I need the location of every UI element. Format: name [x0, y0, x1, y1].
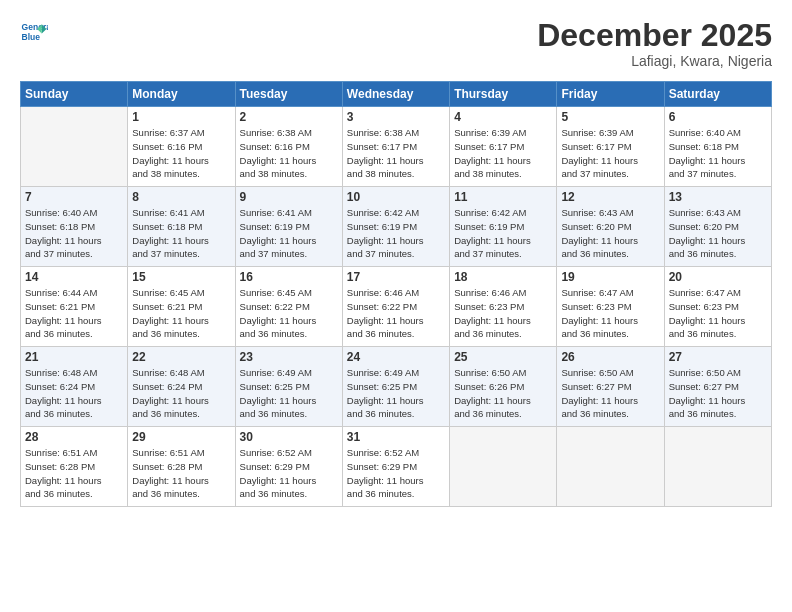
month-title: December 2025 — [537, 18, 772, 53]
calendar-cell — [664, 427, 771, 507]
day-number: 15 — [132, 270, 230, 284]
day-info: Sunrise: 6:51 AMSunset: 6:28 PMDaylight:… — [132, 446, 230, 501]
day-info: Sunrise: 6:42 AMSunset: 6:19 PMDaylight:… — [454, 206, 552, 261]
location: Lafiagi, Kwara, Nigeria — [537, 53, 772, 69]
weekday-monday: Monday — [128, 82, 235, 107]
day-info: Sunrise: 6:40 AMSunset: 6:18 PMDaylight:… — [25, 206, 123, 261]
day-number: 13 — [669, 190, 767, 204]
calendar-cell: 24Sunrise: 6:49 AMSunset: 6:25 PMDayligh… — [342, 347, 449, 427]
weekday-friday: Friday — [557, 82, 664, 107]
week-row-3: 14Sunrise: 6:44 AMSunset: 6:21 PMDayligh… — [21, 267, 772, 347]
day-info: Sunrise: 6:44 AMSunset: 6:21 PMDaylight:… — [25, 286, 123, 341]
day-number: 23 — [240, 350, 338, 364]
day-info: Sunrise: 6:39 AMSunset: 6:17 PMDaylight:… — [454, 126, 552, 181]
calendar-cell: 7Sunrise: 6:40 AMSunset: 6:18 PMDaylight… — [21, 187, 128, 267]
day-info: Sunrise: 6:37 AMSunset: 6:16 PMDaylight:… — [132, 126, 230, 181]
day-info: Sunrise: 6:43 AMSunset: 6:20 PMDaylight:… — [561, 206, 659, 261]
day-number: 16 — [240, 270, 338, 284]
calendar-cell: 25Sunrise: 6:50 AMSunset: 6:26 PMDayligh… — [450, 347, 557, 427]
calendar-cell: 4Sunrise: 6:39 AMSunset: 6:17 PMDaylight… — [450, 107, 557, 187]
day-info: Sunrise: 6:48 AMSunset: 6:24 PMDaylight:… — [25, 366, 123, 421]
day-info: Sunrise: 6:43 AMSunset: 6:20 PMDaylight:… — [669, 206, 767, 261]
day-number: 24 — [347, 350, 445, 364]
week-row-1: 1Sunrise: 6:37 AMSunset: 6:16 PMDaylight… — [21, 107, 772, 187]
calendar-cell: 2Sunrise: 6:38 AMSunset: 6:16 PMDaylight… — [235, 107, 342, 187]
header: General Blue December 2025 Lafiagi, Kwar… — [20, 18, 772, 69]
day-number: 2 — [240, 110, 338, 124]
day-number: 27 — [669, 350, 767, 364]
day-info: Sunrise: 6:47 AMSunset: 6:23 PMDaylight:… — [561, 286, 659, 341]
day-info: Sunrise: 6:41 AMSunset: 6:19 PMDaylight:… — [240, 206, 338, 261]
day-number: 3 — [347, 110, 445, 124]
calendar-cell — [450, 427, 557, 507]
day-info: Sunrise: 6:48 AMSunset: 6:24 PMDaylight:… — [132, 366, 230, 421]
calendar-cell: 14Sunrise: 6:44 AMSunset: 6:21 PMDayligh… — [21, 267, 128, 347]
day-info: Sunrise: 6:47 AMSunset: 6:23 PMDaylight:… — [669, 286, 767, 341]
day-info: Sunrise: 6:42 AMSunset: 6:19 PMDaylight:… — [347, 206, 445, 261]
day-number: 5 — [561, 110, 659, 124]
day-info: Sunrise: 6:45 AMSunset: 6:22 PMDaylight:… — [240, 286, 338, 341]
calendar-cell: 26Sunrise: 6:50 AMSunset: 6:27 PMDayligh… — [557, 347, 664, 427]
day-info: Sunrise: 6:45 AMSunset: 6:21 PMDaylight:… — [132, 286, 230, 341]
calendar-cell: 3Sunrise: 6:38 AMSunset: 6:17 PMDaylight… — [342, 107, 449, 187]
calendar-cell: 10Sunrise: 6:42 AMSunset: 6:19 PMDayligh… — [342, 187, 449, 267]
calendar-cell: 6Sunrise: 6:40 AMSunset: 6:18 PMDaylight… — [664, 107, 771, 187]
weekday-thursday: Thursday — [450, 82, 557, 107]
day-number: 26 — [561, 350, 659, 364]
day-number: 18 — [454, 270, 552, 284]
day-number: 20 — [669, 270, 767, 284]
calendar-cell: 31Sunrise: 6:52 AMSunset: 6:29 PMDayligh… — [342, 427, 449, 507]
logo: General Blue — [20, 18, 48, 46]
day-info: Sunrise: 6:50 AMSunset: 6:26 PMDaylight:… — [454, 366, 552, 421]
day-number: 12 — [561, 190, 659, 204]
week-row-5: 28Sunrise: 6:51 AMSunset: 6:28 PMDayligh… — [21, 427, 772, 507]
day-number: 6 — [669, 110, 767, 124]
calendar-cell: 30Sunrise: 6:52 AMSunset: 6:29 PMDayligh… — [235, 427, 342, 507]
day-info: Sunrise: 6:41 AMSunset: 6:18 PMDaylight:… — [132, 206, 230, 261]
day-number: 9 — [240, 190, 338, 204]
calendar-cell: 1Sunrise: 6:37 AMSunset: 6:16 PMDaylight… — [128, 107, 235, 187]
week-row-2: 7Sunrise: 6:40 AMSunset: 6:18 PMDaylight… — [21, 187, 772, 267]
day-info: Sunrise: 6:40 AMSunset: 6:18 PMDaylight:… — [669, 126, 767, 181]
calendar-cell: 15Sunrise: 6:45 AMSunset: 6:21 PMDayligh… — [128, 267, 235, 347]
day-info: Sunrise: 6:49 AMSunset: 6:25 PMDaylight:… — [347, 366, 445, 421]
calendar-cell: 11Sunrise: 6:42 AMSunset: 6:19 PMDayligh… — [450, 187, 557, 267]
day-info: Sunrise: 6:50 AMSunset: 6:27 PMDaylight:… — [561, 366, 659, 421]
day-number: 11 — [454, 190, 552, 204]
calendar-cell: 13Sunrise: 6:43 AMSunset: 6:20 PMDayligh… — [664, 187, 771, 267]
day-info: Sunrise: 6:46 AMSunset: 6:23 PMDaylight:… — [454, 286, 552, 341]
calendar: SundayMondayTuesdayWednesdayThursdayFrid… — [20, 81, 772, 507]
day-number: 17 — [347, 270, 445, 284]
day-number: 14 — [25, 270, 123, 284]
day-info: Sunrise: 6:52 AMSunset: 6:29 PMDaylight:… — [347, 446, 445, 501]
day-number: 10 — [347, 190, 445, 204]
calendar-cell: 12Sunrise: 6:43 AMSunset: 6:20 PMDayligh… — [557, 187, 664, 267]
day-info: Sunrise: 6:46 AMSunset: 6:22 PMDaylight:… — [347, 286, 445, 341]
calendar-cell: 19Sunrise: 6:47 AMSunset: 6:23 PMDayligh… — [557, 267, 664, 347]
day-info: Sunrise: 6:51 AMSunset: 6:28 PMDaylight:… — [25, 446, 123, 501]
day-number: 22 — [132, 350, 230, 364]
day-info: Sunrise: 6:50 AMSunset: 6:27 PMDaylight:… — [669, 366, 767, 421]
calendar-cell: 23Sunrise: 6:49 AMSunset: 6:25 PMDayligh… — [235, 347, 342, 427]
page: General Blue December 2025 Lafiagi, Kwar… — [0, 0, 792, 612]
calendar-cell: 20Sunrise: 6:47 AMSunset: 6:23 PMDayligh… — [664, 267, 771, 347]
calendar-cell: 16Sunrise: 6:45 AMSunset: 6:22 PMDayligh… — [235, 267, 342, 347]
calendar-cell: 21Sunrise: 6:48 AMSunset: 6:24 PMDayligh… — [21, 347, 128, 427]
day-info: Sunrise: 6:39 AMSunset: 6:17 PMDaylight:… — [561, 126, 659, 181]
day-info: Sunrise: 6:52 AMSunset: 6:29 PMDaylight:… — [240, 446, 338, 501]
title-block: December 2025 Lafiagi, Kwara, Nigeria — [537, 18, 772, 69]
day-number: 1 — [132, 110, 230, 124]
weekday-saturday: Saturday — [664, 82, 771, 107]
day-info: Sunrise: 6:38 AMSunset: 6:16 PMDaylight:… — [240, 126, 338, 181]
week-row-4: 21Sunrise: 6:48 AMSunset: 6:24 PMDayligh… — [21, 347, 772, 427]
day-number: 21 — [25, 350, 123, 364]
calendar-cell: 5Sunrise: 6:39 AMSunset: 6:17 PMDaylight… — [557, 107, 664, 187]
calendar-cell — [557, 427, 664, 507]
day-number: 31 — [347, 430, 445, 444]
calendar-cell: 29Sunrise: 6:51 AMSunset: 6:28 PMDayligh… — [128, 427, 235, 507]
weekday-wednesday: Wednesday — [342, 82, 449, 107]
day-number: 19 — [561, 270, 659, 284]
calendar-cell — [21, 107, 128, 187]
day-info: Sunrise: 6:38 AMSunset: 6:17 PMDaylight:… — [347, 126, 445, 181]
day-number: 25 — [454, 350, 552, 364]
